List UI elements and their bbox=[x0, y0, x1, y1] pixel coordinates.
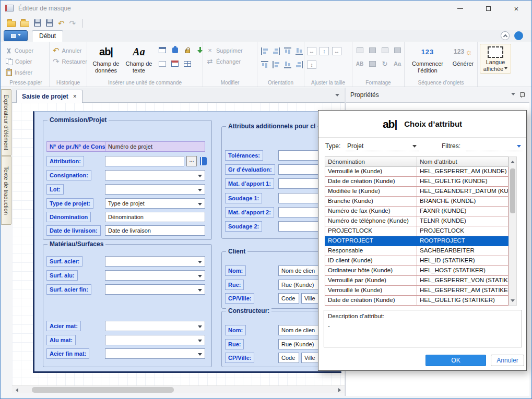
table-row[interactable]: Branche (Kunde)BRANCHE (KUNDE) bbox=[325, 197, 509, 207]
app-menu-button[interactable] bbox=[4, 30, 28, 41]
swap-button[interactable]: ⇄Échanger bbox=[206, 56, 241, 66]
align-bottom-icon[interactable] bbox=[294, 46, 304, 56]
scroll-up-icon[interactable] bbox=[509, 157, 516, 164]
paste-button[interactable]: Insérer bbox=[6, 67, 32, 77]
table-row-selected[interactable]: ROOTPROJECTROOTPROJECT bbox=[325, 236, 509, 246]
vertical-scrollbar[interactable] bbox=[509, 156, 517, 306]
format-box2-icon[interactable] bbox=[367, 45, 377, 55]
rotate-icon[interactable]: ↻ bbox=[380, 58, 390, 69]
sidebar-tab-translation-text[interactable]: Texte de traduction bbox=[1, 156, 11, 225]
distribute-v-icon[interactable] bbox=[271, 59, 281, 70]
denomination-field[interactable]: Dénomination bbox=[105, 212, 205, 222]
data-field-button[interactable]: ab| Champ de données bbox=[89, 44, 123, 74]
project-number-field[interactable]: Numéro de projet bbox=[105, 141, 205, 152]
distribute-h-icon[interactable] bbox=[259, 59, 270, 70]
surf-alu-dropdown[interactable] bbox=[105, 270, 205, 281]
acier-mat-dropdown[interactable] bbox=[105, 321, 205, 331]
table-row[interactable]: ResponsableSACHBEARBEITER bbox=[325, 246, 509, 256]
collapse-ribbon-button[interactable] bbox=[501, 31, 510, 40]
uppercase-icon[interactable]: AB bbox=[354, 58, 365, 69]
case-icon[interactable]: Aa bbox=[392, 58, 403, 69]
format-box3-icon[interactable] bbox=[380, 45, 390, 55]
table-icon[interactable] bbox=[182, 58, 193, 69]
resize-width-icon[interactable]: ↔ bbox=[306, 46, 317, 56]
delivery-date-field[interactable]: Date de livraison bbox=[105, 225, 205, 236]
tab-saisie-de-projet[interactable]: Saisie de projet × bbox=[16, 90, 82, 103]
lot-dropdown[interactable] bbox=[105, 184, 205, 195]
close-button[interactable]: × bbox=[504, 1, 528, 16]
format-box4-icon[interactable] bbox=[392, 45, 403, 55]
panel-menu-icon[interactable] bbox=[511, 93, 515, 98]
table-row[interactable]: Verrouillé le (Kunde)HEL_GESPERRT_AM (KU… bbox=[325, 167, 509, 177]
column-header-denomination[interactable]: Dénomination bbox=[325, 156, 417, 167]
consignation-dropdown[interactable] bbox=[105, 170, 205, 180]
ok-button[interactable]: OK bbox=[425, 355, 486, 366]
cancel-button[interactable]: Annuler bbox=[491, 355, 524, 366]
align-top-icon[interactable] bbox=[282, 46, 293, 56]
type-dropdown[interactable]: Projet bbox=[346, 141, 419, 151]
open-folder-icon[interactable] bbox=[7, 21, 16, 27]
delete-button[interactable]: ×Supprimer bbox=[206, 45, 243, 55]
tab-close-icon[interactable]: × bbox=[73, 93, 77, 100]
lock-icon[interactable] bbox=[182, 45, 193, 55]
client-zip-field[interactable]: Code bbox=[278, 293, 299, 304]
window-control-icon[interactable] bbox=[157, 45, 168, 55]
center-h-icon[interactable] bbox=[282, 59, 293, 70]
sidebar-tab-element-explorer[interactable]: Explorateur d’élément bbox=[1, 89, 11, 156]
table-row[interactable]: Numéro de téléphone (Kunde)TELNR (KUNDE) bbox=[325, 216, 509, 226]
constructor-zip-field[interactable]: Code bbox=[278, 353, 299, 363]
scroll-left-icon[interactable] bbox=[12, 386, 20, 394]
table-row[interactable]: Modifiée le (Kunde)HEL_GEAENDERT_DATUM (… bbox=[325, 187, 509, 197]
new-folder-icon[interactable] bbox=[20, 21, 29, 27]
format-box1-icon[interactable] bbox=[354, 45, 365, 55]
attribution-field[interactable] bbox=[105, 156, 184, 166]
frame-icon[interactable] bbox=[157, 58, 168, 69]
align-right-icon[interactable] bbox=[271, 46, 281, 56]
calendar-icon[interactable] bbox=[170, 58, 180, 69]
center-v-icon[interactable] bbox=[294, 59, 304, 70]
redo-button[interactable]: ↷Restaurer bbox=[53, 56, 87, 66]
surf-acier-fin-dropdown[interactable] bbox=[105, 284, 205, 295]
auto-size-icon[interactable]: ↕ bbox=[306, 59, 317, 70]
alu-mat-dropdown[interactable] bbox=[105, 335, 205, 345]
save-icon[interactable] bbox=[34, 19, 41, 27]
pin-icon[interactable] bbox=[519, 92, 525, 99]
table-row[interactable]: Verrouillé le (Kunde)HEL_GESPERRT_AM (ST… bbox=[325, 286, 509, 296]
resize-height-icon[interactable]: ↕ bbox=[319, 46, 329, 56]
column-header-attribute-name[interactable]: Nom d’attribut bbox=[417, 156, 509, 167]
scroll-down-icon[interactable] bbox=[509, 298, 516, 305]
cut-button[interactable]: Couper bbox=[6, 45, 33, 55]
puzzle-icon[interactable] bbox=[170, 45, 180, 55]
save-all-icon[interactable] bbox=[46, 19, 53, 27]
scroll-right-icon[interactable] bbox=[337, 386, 345, 394]
maximize-button[interactable] bbox=[476, 1, 500, 16]
table-row[interactable]: Date de création (Kunde)HEL_GUELTIG (STA… bbox=[325, 296, 509, 306]
scrollbar-thumb[interactable] bbox=[32, 387, 174, 393]
text-field-button[interactable]: Aa Champ de texte bbox=[124, 44, 154, 74]
start-edit-button[interactable]: 123 Commencer l’édition bbox=[407, 44, 448, 74]
acier-fin-mat-dropdown[interactable] bbox=[105, 348, 205, 359]
align-left-icon[interactable] bbox=[259, 46, 270, 56]
project-type-dropdown[interactable]: Type de projet bbox=[105, 198, 205, 209]
minimize-button[interactable] bbox=[448, 1, 472, 16]
surf-acier-dropdown[interactable] bbox=[105, 256, 205, 267]
table-row[interactable]: Verrouillé par (Kunde)HEL_GESPERRT_VON (… bbox=[325, 276, 509, 286]
copy-button[interactable]: Copier bbox=[6, 56, 32, 66]
browse-button[interactable]: ... bbox=[186, 156, 197, 166]
undo-button[interactable]: ↶Annuler bbox=[53, 45, 82, 55]
book-icon[interactable] bbox=[200, 157, 207, 165]
tab-list-icon[interactable] bbox=[335, 94, 339, 99]
filter-dropdown[interactable] bbox=[466, 141, 523, 151]
table-row[interactable]: PROJECTLOCKPROJECTLOCK bbox=[325, 226, 509, 236]
table-row[interactable]: ID client (Kunde)HEL_ID (STATIKER) bbox=[325, 256, 509, 266]
form-canvas[interactable]: Commission/Projet N° de pr./N° de Cons. … bbox=[12, 103, 345, 385]
undo-icon[interactable]: ↶ bbox=[58, 19, 65, 27]
horizontal-scrollbar[interactable] bbox=[12, 385, 345, 393]
table-row[interactable]: Numéro de fax (Kunde)FAXNR (KUNDE) bbox=[325, 207, 509, 216]
display-language-button[interactable]: Langue affichée bbox=[480, 44, 511, 74]
generate-button[interactable]: 123☼ Générer bbox=[451, 44, 476, 67]
table-row[interactable]: Date de création (Kunde)HEL_GUELTIG (KUN… bbox=[325, 177, 509, 187]
table-row[interactable]: Ordinateur hôte (Kunde)HEL_HOST (STATIKE… bbox=[325, 266, 509, 276]
help-button[interactable] bbox=[514, 31, 523, 40]
fill-icon[interactable] bbox=[367, 58, 377, 69]
